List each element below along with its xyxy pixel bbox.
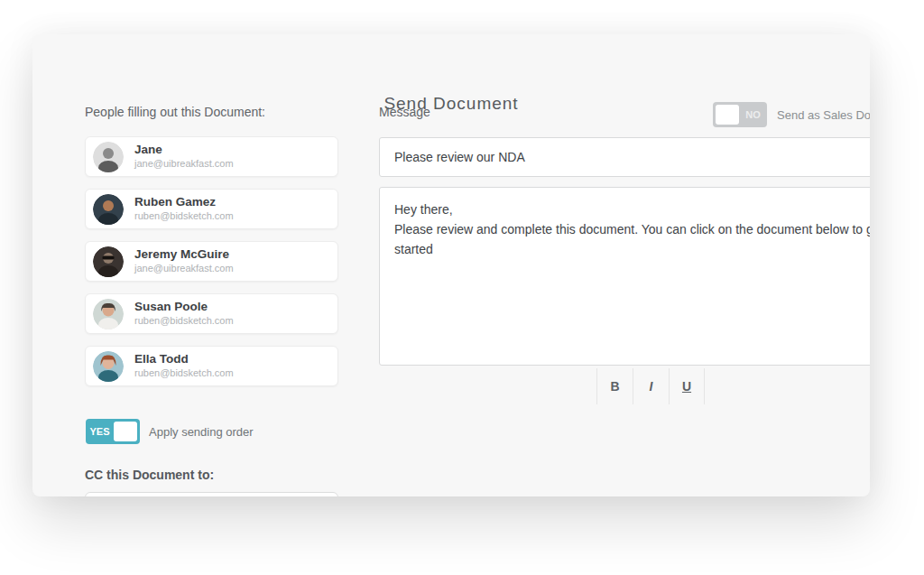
message-line: Please review and complete this document… (394, 219, 870, 239)
message-line: Hey there, (394, 199, 870, 219)
person-name: Jeremy McGuire (134, 247, 234, 263)
message-line: started (394, 239, 870, 259)
person-name: Susan Poole (134, 300, 234, 315)
people-section-heading: People filling out this Document: (85, 105, 265, 119)
person-email: jane@uibreakfast.com (134, 158, 234, 171)
person-card-jeremy[interactable]: Jeremy McGuire jane@uibreakfast.com (85, 241, 338, 282)
apply-sending-order-label: Apply sending order (149, 425, 254, 439)
person-email: jane@uibreakfast.com (134, 263, 234, 275)
avatar (93, 351, 124, 382)
formatting-toolbar: B I U (596, 368, 705, 404)
person-email: ruben@bidsketch.com (134, 367, 234, 380)
toggle-state-label: NO (739, 109, 767, 120)
avatar (93, 194, 124, 225)
avatar (93, 299, 124, 329)
toggle-knob (716, 105, 739, 125)
person-name: Jane (134, 143, 234, 158)
send-document-modal: Send Document People filling out this Do… (32, 34, 870, 496)
toggle-knob (114, 422, 137, 441)
apply-sending-order-toggle[interactable]: YES (86, 419, 140, 444)
person-name: Ruben Gamez (134, 195, 234, 210)
person-email: ruben@bidsketch.com (134, 315, 234, 328)
person-card-susan[interactable]: Susan Poole ruben@bidsketch.com (85, 293, 338, 334)
person-card-ruben[interactable]: Ruben Gamez ruben@bidsketch.com (85, 189, 338, 229)
cc-section-heading: CC this Document to: (85, 468, 214, 482)
toggle-state-label: YES (86, 426, 114, 437)
avatar (93, 142, 124, 172)
message-body-textarea[interactable]: Hey there, Please review and complete th… (379, 187, 870, 366)
underline-button[interactable]: U (669, 368, 705, 404)
subject-input[interactable] (379, 137, 870, 177)
italic-button[interactable]: I (633, 368, 669, 404)
message-section-heading: Message (379, 105, 430, 119)
bold-button[interactable]: B (596, 368, 633, 404)
page-background: Send Document People filling out this Do… (0, 0, 924, 575)
person-card-jane[interactable]: Jane jane@uibreakfast.com (85, 136, 338, 177)
person-email: ruben@bidsketch.com (134, 210, 234, 223)
send-as-sales-doc-label: Send as Sales Document (777, 108, 870, 122)
cc-input[interactable] (85, 492, 338, 496)
person-name: Ella Todd (134, 352, 234, 367)
person-card-ella[interactable]: Ella Todd ruben@bidsketch.com (85, 346, 338, 386)
avatar (93, 246, 124, 277)
send-as-sales-doc-toggle[interactable]: NO (713, 102, 767, 127)
